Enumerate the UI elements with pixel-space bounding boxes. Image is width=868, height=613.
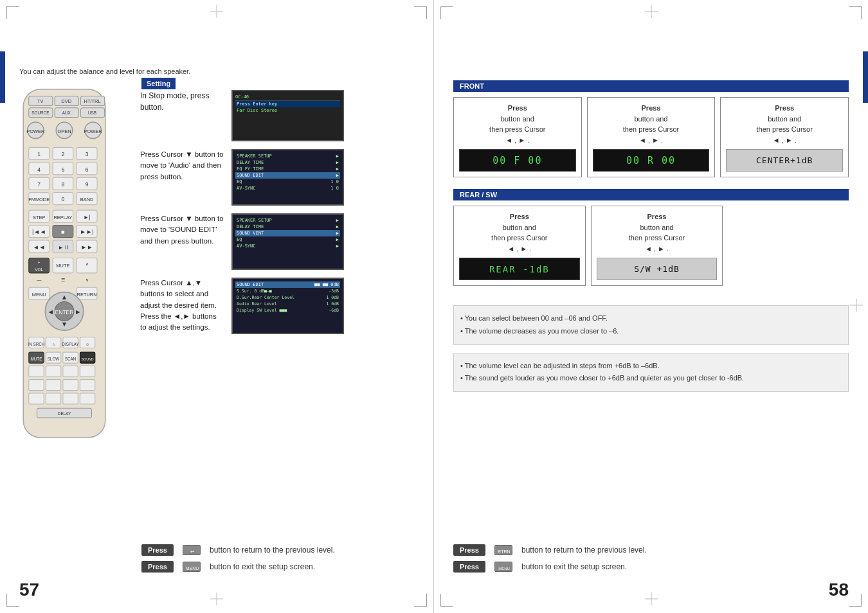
- section-rear: REAR / SW Press button and then press Cu…: [453, 189, 849, 286]
- step1-text: In Stop mode, press button.: [140, 90, 224, 113]
- svg-text:SOUND: SOUND: [82, 357, 94, 361]
- right-press-return-btn: Press: [453, 544, 485, 556]
- svg-text:☰: ☰: [61, 277, 65, 283]
- svg-text:5: 5: [62, 166, 65, 173]
- svg-text:MENU: MENU: [498, 567, 510, 571]
- front-cell-2: Press button and then press Cursor ◄ , ►…: [587, 97, 716, 177]
- remote-control-area: TV DVD HT/TRL SOURCE AUX USB POWER OPEN …: [10, 84, 138, 456]
- crosshair-mid-right: [850, 299, 863, 314]
- svg-text:4: 4: [37, 166, 41, 173]
- corner-br: [414, 594, 427, 607]
- svg-text:VOL: VOL: [35, 267, 43, 272]
- front-cell-3-label: Press button and then press Cursor ◄ , ►…: [726, 103, 843, 145]
- svg-text:↩: ↩: [190, 549, 195, 555]
- svg-text:SLOW: SLOW: [48, 357, 60, 361]
- svg-text:RETURN: RETURN: [77, 292, 97, 298]
- rear-cell-2: Press button and then press Cursor ◄ , ►…: [591, 206, 723, 286]
- section-title: Setting: [141, 78, 176, 89]
- page-right: FRONT Press button and then press Cursor…: [434, 0, 868, 613]
- step3-text: Press Cursor ▼ button to move to 'SOUND …: [140, 213, 224, 247]
- section-front-header: FRONT: [453, 80, 849, 92]
- svg-text:FMMODE: FMMODE: [28, 197, 50, 202]
- svg-text:3: 3: [86, 151, 89, 157]
- right-press-return-text: button to return to the previous level.: [521, 546, 647, 555]
- rear-cell-empty: [728, 206, 849, 286]
- note-1-line-2: • The volume decreases as you move close…: [460, 325, 842, 338]
- crosshair-bottom-right: [645, 592, 658, 608]
- page-container: You can adjust the balance and level for…: [0, 0, 868, 613]
- svg-rect-106: [29, 393, 44, 404]
- svg-rect-102: [29, 380, 44, 391]
- svg-rect-105: [80, 380, 95, 391]
- svg-text:+: +: [38, 260, 41, 265]
- corner-tl-right: [440, 6, 453, 19]
- press-exit-btn: Press: [141, 561, 174, 573]
- svg-rect-101: [80, 366, 95, 377]
- front-press-row: Press button and then press Cursor ◄ , ►…: [453, 97, 849, 177]
- svg-text:☆: ☆: [52, 342, 55, 346]
- right-main-content: FRONT Press button and then press Cursor…: [453, 80, 849, 392]
- notes-section: • You can select between 00 and –06 and …: [453, 305, 849, 392]
- right-bottom-notes: Press RTRN button to return to the previ…: [453, 544, 849, 578]
- step1-screen: OC-40 Press Enter key Far Disc Stereo: [231, 90, 344, 141]
- step2-instruction: Press Cursor ▼ button to move to 'Audio'…: [140, 150, 224, 181]
- svg-rect-103: [46, 380, 60, 391]
- step2-text: Press Cursor ▼ button to move to 'Audio'…: [140, 149, 224, 182]
- page-left: You can adjust the balance and level for…: [0, 0, 434, 613]
- front-cell-2-label: Press button and then press Cursor ◄ , ►…: [593, 103, 710, 145]
- svg-text:1: 1: [37, 151, 41, 157]
- svg-text:AUX: AUX: [62, 111, 71, 115]
- rear-cell-2-label: Press button and then press Cursor ◄ , ►…: [597, 211, 718, 254]
- svg-text:■: ■: [61, 228, 65, 235]
- svg-text:►|: ►|: [84, 214, 91, 220]
- press-exit-row: Press MENU button to exit the setup scre…: [141, 561, 420, 573]
- svg-text:MENU: MENU: [32, 292, 46, 298]
- svg-text:►►|: ►►|: [80, 228, 93, 235]
- section-rear-header: REAR / SW: [453, 189, 849, 200]
- svg-text:HT/TRL: HT/TRL: [84, 98, 101, 104]
- svg-text:TV: TV: [37, 98, 44, 104]
- page-subtitle: You can adjust the balance and level for…: [19, 67, 190, 75]
- step4-text: Press Cursor ▲,▼ buttons to select and a…: [140, 278, 224, 333]
- blue-accent-bar: [0, 51, 5, 103]
- step4-instruction: Press Cursor ▲,▼ buttons to select and a…: [140, 279, 217, 331]
- svg-rect-108: [63, 393, 78, 404]
- blue-accent-bar-right: [863, 51, 868, 103]
- front-display-1: 00 F 00: [459, 149, 576, 172]
- step2-screen: SPEAKER SETUP▶ DELAY TIME▶ EQ FY TIME▶ S…: [231, 149, 344, 206]
- svg-text:IN SRCH: IN SRCH: [28, 342, 45, 346]
- svg-text:REPLAY: REPLAY: [54, 215, 73, 220]
- svg-text:∧: ∧: [86, 261, 89, 267]
- svg-text:RTRN: RTRN: [498, 549, 510, 554]
- press-exit-text: button to exit the setup screen.: [210, 562, 315, 571]
- svg-text:SCAN: SCAN: [65, 357, 77, 361]
- rear-display-2: S/W +1dB: [597, 258, 718, 280]
- note-1-line-1: • You can select between 00 and –06 and …: [460, 312, 842, 325]
- front-display-2: 00 R 00: [593, 149, 710, 172]
- svg-rect-98: [29, 366, 44, 377]
- rear-cell-1: Press button and then press Cursor ◄ , ►…: [453, 206, 586, 286]
- svg-text:DELAY: DELAY: [58, 411, 71, 416]
- right-press-exit-btn: Press: [453, 561, 485, 573]
- remote-control-svg: TV DVD HT/TRL SOURCE AUX USB POWER OPEN …: [10, 84, 119, 443]
- press-return-row: Press ↩ button to return to the previous…: [141, 544, 420, 556]
- svg-text:▼: ▼: [61, 320, 68, 328]
- svg-text:MUTE: MUTE: [56, 263, 69, 269]
- corner-tl: [6, 6, 19, 19]
- step3-screen: SPEAKER SETUP▶ DELAY TIME▶ SOUND VENT▶ E…: [231, 213, 344, 270]
- svg-rect-99: [46, 366, 60, 377]
- front-cell-3: Press button and then press Cursor ◄ , ►…: [720, 97, 849, 177]
- svg-text:☺: ☺: [86, 342, 90, 346]
- svg-text:► II: ► II: [58, 244, 68, 251]
- svg-text:BAND: BAND: [80, 197, 94, 202]
- front-cell-1-label: Press button and then press Cursor ◄ , ►…: [459, 103, 576, 145]
- svg-text:—: —: [37, 277, 42, 283]
- front-display-3: CENTER+1dB: [726, 149, 843, 172]
- rear-cell-1-label: Press button and then press Cursor ◄ , ►…: [459, 211, 580, 254]
- note-2-line-2: • The sound gets louder as you move clos…: [460, 372, 842, 385]
- svg-text:DVD: DVD: [61, 98, 71, 104]
- svg-text:MENU: MENU: [186, 566, 199, 571]
- crosshair-top-right: [645, 5, 658, 21]
- page-number-left: 57: [19, 580, 39, 600]
- svg-text:SOURCE: SOURCE: [32, 111, 49, 115]
